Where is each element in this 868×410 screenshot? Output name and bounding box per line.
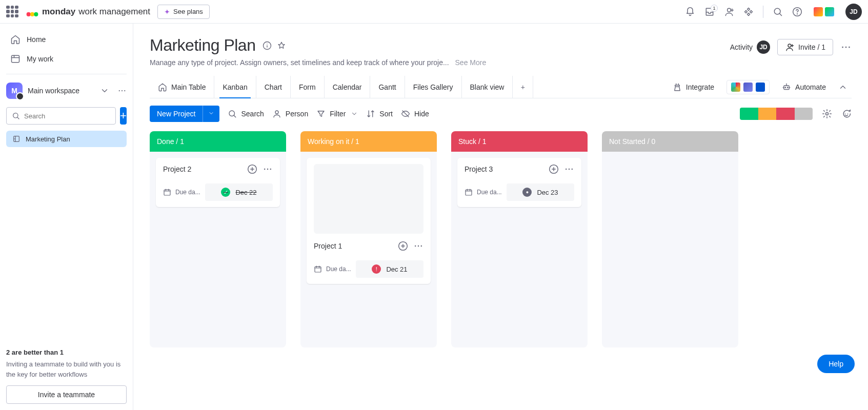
due-date-pill[interactable]: ● Dec 23 xyxy=(507,183,574,201)
see-more-link[interactable]: See More xyxy=(455,58,487,67)
settings-icon[interactable] xyxy=(822,109,832,119)
add-update-icon[interactable] xyxy=(398,241,408,251)
svg-point-24 xyxy=(845,113,846,114)
apps-menu-icon[interactable] xyxy=(6,6,18,18)
svg-point-16 xyxy=(845,47,847,48)
info-icon[interactable] xyxy=(263,41,272,50)
sidebar-board-marketing-plan[interactable]: Marketing Plan xyxy=(6,131,127,147)
automate-button[interactable]: Automate xyxy=(782,83,826,92)
tab-main-table[interactable]: Main Table xyxy=(150,76,214,98)
topbar-divider xyxy=(763,6,763,18)
svg-point-25 xyxy=(847,113,849,114)
column-title: Not Started / 0 xyxy=(609,137,655,146)
help-button[interactable]: Help xyxy=(817,355,855,373)
svg-rect-18 xyxy=(784,86,790,90)
promo-title: 2 are better than 1 xyxy=(6,347,127,358)
activity-avatar: JD xyxy=(757,40,770,54)
sidebar-item-home[interactable]: Home xyxy=(4,30,129,49)
home-icon xyxy=(158,83,167,92)
invite-members-icon[interactable] xyxy=(724,7,734,17)
feedback-icon[interactable] xyxy=(841,109,852,119)
card-image-placeholder xyxy=(314,164,423,234)
toolbar-sort-button[interactable]: Sort xyxy=(366,109,393,118)
integrate-icon xyxy=(673,83,682,92)
brand-subtitle: work management xyxy=(78,7,150,17)
invite-person-icon xyxy=(785,43,794,52)
invite-button[interactable]: Invite / 1 xyxy=(777,39,833,55)
tab-blank-view[interactable]: Blank view xyxy=(462,76,513,98)
toolbar-person-button[interactable]: Person xyxy=(272,109,308,118)
integration-shortcuts[interactable] xyxy=(812,5,836,18)
card-options-icon[interactable] xyxy=(564,164,574,174)
svg-point-23 xyxy=(826,113,829,115)
board-options-icon[interactable] xyxy=(840,42,852,53)
kanban-card[interactable]: Project 2 Due da... ✓ Dec 22 xyxy=(156,158,280,207)
user-avatar[interactable]: JD xyxy=(845,4,862,20)
chevron-down-icon[interactable] xyxy=(100,86,109,95)
kanban-column-done: Done / 1 Project 2 Due da... ✓ xyxy=(150,131,286,347)
svg-rect-35 xyxy=(315,266,321,272)
card-options-icon[interactable] xyxy=(263,164,273,174)
kanban-card[interactable]: Project 3 Due da... ● Dec 23 xyxy=(457,158,581,207)
automate-label: Automate xyxy=(795,83,826,91)
column-title: Stuck / 1 xyxy=(458,137,486,146)
inbox-icon[interactable]: 1 xyxy=(704,7,715,17)
apps-marketplace-icon[interactable] xyxy=(743,7,754,17)
card-options-icon[interactable] xyxy=(413,241,423,251)
calendar-icon xyxy=(163,188,171,196)
notifications-icon[interactable] xyxy=(685,7,695,17)
column-header[interactable]: Stuck / 1 xyxy=(451,131,588,152)
integration-apps[interactable] xyxy=(726,80,770,94)
workspace-options-icon[interactable] xyxy=(117,86,127,95)
activity-button[interactable]: Activity JD xyxy=(730,40,770,54)
integrate-button[interactable]: Integrate xyxy=(673,83,714,92)
add-update-icon[interactable] xyxy=(549,164,559,174)
collapse-header-icon[interactable] xyxy=(838,83,847,92)
kanban-card[interactable]: Project 1 Due da... ! Dec 21 xyxy=(307,158,431,284)
main-content: Marketing Plan Activity JD Invite / 1 Ma… xyxy=(133,24,868,410)
tab-kanban[interactable]: Kanban xyxy=(214,76,256,98)
workspace-badge: M xyxy=(6,83,23,99)
sidebar-separator xyxy=(6,74,127,74)
svg-point-15 xyxy=(842,47,843,48)
due-date-pill[interactable]: ! Dec 21 xyxy=(356,260,423,278)
workspace-name: Main workspace xyxy=(28,87,95,95)
add-board-button[interactable]: + xyxy=(120,107,127,125)
search-icon[interactable] xyxy=(773,7,783,17)
see-plans-button[interactable]: ✦ See plans xyxy=(157,5,210,19)
add-view-button[interactable]: + xyxy=(513,76,533,98)
tab-form[interactable]: Form xyxy=(291,76,325,98)
person-icon xyxy=(272,109,281,118)
toolbar-search-button[interactable]: Search xyxy=(228,109,264,118)
invite-teammate-button[interactable]: Invite a teammate xyxy=(6,385,127,404)
tab-chart[interactable]: Chart xyxy=(256,76,291,98)
tab-calendar[interactable]: Calendar xyxy=(325,76,371,98)
sidebar-search[interactable] xyxy=(6,107,116,125)
svg-point-2 xyxy=(34,12,38,16)
toolbar-filter-button[interactable]: Filter xyxy=(316,109,358,118)
tab-gantt[interactable]: Gantt xyxy=(370,76,405,98)
toolbar-hide-button[interactable]: Hide xyxy=(401,109,429,118)
help-icon[interactable] xyxy=(792,7,802,17)
svg-point-10 xyxy=(124,90,125,91)
new-project-button[interactable]: New Project xyxy=(150,106,219,122)
new-project-dropdown[interactable] xyxy=(203,106,219,122)
due-date-pill[interactable]: ✓ Dec 22 xyxy=(205,183,273,201)
sidebar-search-input[interactable] xyxy=(24,112,110,120)
card-title: Project 3 xyxy=(465,165,543,173)
tab-label: Calendar xyxy=(333,83,362,91)
status-distribution-pill[interactable] xyxy=(740,108,813,120)
workspace-selector[interactable]: M Main workspace xyxy=(4,79,129,102)
add-update-icon[interactable] xyxy=(247,164,257,174)
svg-point-32 xyxy=(415,245,416,247)
column-header[interactable]: Working on it / 1 xyxy=(300,131,437,152)
svg-point-0 xyxy=(27,12,31,16)
sidebar-item-mywork[interactable]: My work xyxy=(4,49,129,69)
column-header[interactable]: Not Started / 0 xyxy=(602,131,738,152)
board-title[interactable]: Marketing Plan xyxy=(150,36,255,55)
column-header[interactable]: Done / 1 xyxy=(150,131,286,152)
tab-label: Chart xyxy=(265,83,282,91)
favorite-star-icon[interactable] xyxy=(277,41,286,50)
tab-files-gallery[interactable]: Files Gallery xyxy=(405,76,462,98)
svg-point-20 xyxy=(788,87,789,88)
